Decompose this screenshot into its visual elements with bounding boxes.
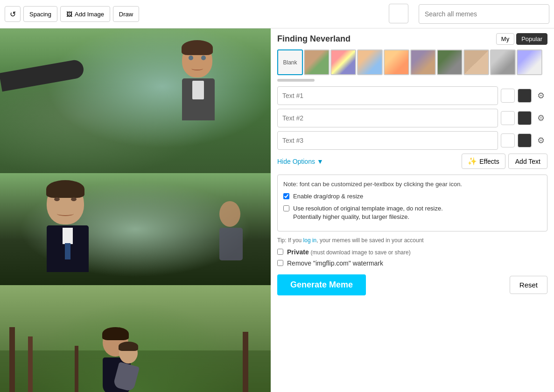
color-black-2[interactable]	[518, 111, 532, 125]
login-link[interactable]: log in	[303, 237, 317, 244]
checkbox-private[interactable]	[277, 249, 283, 255]
options-row: Hide Options ▼ ✨ Effects Add Text	[277, 154, 547, 169]
right-panel: Finding Neverland My Popular Blank	[271, 28, 554, 392]
private-label: Private (must download image to save or …	[287, 248, 411, 256]
text-input-1[interactable]	[277, 86, 498, 105]
spacing-button[interactable]: Spacing	[23, 6, 57, 22]
text-input-row-3: ⚙	[277, 131, 547, 150]
notes-box: Note: font can be customized per-textbox…	[277, 175, 547, 231]
checkbox-resolution-label: Use resolution of original template imag…	[293, 204, 443, 221]
hide-options-button[interactable]: Hide Options ▼	[277, 158, 323, 165]
thumb-3[interactable]	[357, 49, 383, 75]
tab-row: My Popular	[496, 33, 547, 45]
thumb-5[interactable]	[410, 49, 436, 75]
checkbox-row-resolution: Use resolution of original template imag…	[283, 204, 541, 221]
color-black-3[interactable]	[518, 133, 532, 147]
checkbox-drag[interactable]	[283, 193, 289, 199]
toolbar-left: ↺ Spacing 🖼 Add Image Draw	[5, 6, 139, 22]
upload-template-button[interactable]	[389, 4, 408, 23]
thumb-9[interactable]	[517, 49, 542, 75]
notes-text: Note: font can be customized per-textbox…	[283, 181, 541, 188]
color-black-1[interactable]	[518, 89, 532, 103]
color-white-2[interactable]	[501, 111, 515, 125]
generate-meme-button[interactable]: Generate Meme	[277, 274, 366, 295]
toolbar-right	[419, 4, 549, 24]
gear-button-2[interactable]: ⚙	[534, 112, 547, 125]
action-row: Generate Meme Reset	[277, 274, 547, 295]
meme-image-top	[0, 28, 271, 173]
tip-text: Tip: If you log in, your memes will be s…	[277, 237, 547, 244]
watermark-row: Remove "imgflip.com" watermark	[277, 259, 547, 267]
tab-my[interactable]: My	[496, 33, 514, 45]
effects-button[interactable]: ✨ Effects	[462, 154, 505, 169]
thumbnail-scrollbar[interactable]	[277, 79, 315, 82]
rotate-button[interactable]: ↺	[5, 6, 21, 22]
toolbar: ↺ Spacing 🖼 Add Image Draw	[0, 0, 554, 28]
chevron-down-icon: ▼	[317, 158, 323, 165]
text-input-row-1: ⚙	[277, 86, 547, 105]
text-input-row-2: ⚙	[277, 109, 547, 127]
gear-button-3[interactable]: ⚙	[534, 134, 547, 147]
checkbox-resolution[interactable]	[283, 205, 289, 211]
checkbox-drag-label: Enable drag/drop & resize	[293, 192, 363, 201]
thumb-2[interactable]	[330, 49, 356, 75]
tab-popular[interactable]: Popular	[516, 33, 547, 45]
thumb-blank[interactable]: Blank	[277, 49, 303, 75]
gear-button-1[interactable]: ⚙	[534, 89, 547, 102]
thumb-1[interactable]	[304, 49, 330, 75]
main-content: Finding Neverland My Popular Blank	[0, 28, 554, 392]
watermark-label: Remove "imgflip.com" watermark	[287, 259, 383, 267]
hide-options-label: Hide Options	[277, 158, 315, 165]
search-input[interactable]	[419, 4, 549, 24]
draw-button[interactable]: Draw	[113, 6, 139, 22]
toolbar-center	[389, 4, 408, 24]
meme-image-bot	[0, 285, 271, 392]
thumb-7[interactable]	[463, 49, 489, 75]
color-white-1[interactable]	[501, 89, 515, 103]
add-text-button[interactable]: Add Text	[508, 154, 547, 169]
checkbox-row-drag: Enable drag/drop & resize	[283, 192, 541, 201]
thumbnails-row: Blank	[277, 49, 547, 75]
text-input-3[interactable]	[277, 131, 498, 150]
private-row: Private (must download image to save or …	[277, 248, 547, 256]
thumb-6[interactable]	[437, 49, 463, 75]
thumb-4[interactable]	[384, 49, 409, 75]
template-title: Finding Neverland	[277, 34, 351, 44]
options-right: ✨ Effects Add Text	[462, 154, 547, 169]
right-header: Finding Neverland My Popular	[277, 33, 547, 45]
meme-image-mid	[0, 173, 271, 285]
checkbox-watermark[interactable]	[277, 260, 283, 266]
sparkle-icon: ✨	[468, 157, 477, 166]
thumb-8[interactable]	[490, 49, 516, 75]
image-icon: 🖼	[66, 11, 72, 18]
canvas-panel	[0, 28, 271, 392]
add-image-button[interactable]: 🖼 Add Image	[60, 6, 110, 22]
color-white-3[interactable]	[501, 133, 515, 147]
text-input-2[interactable]	[277, 109, 498, 127]
reset-button[interactable]: Reset	[510, 276, 547, 294]
